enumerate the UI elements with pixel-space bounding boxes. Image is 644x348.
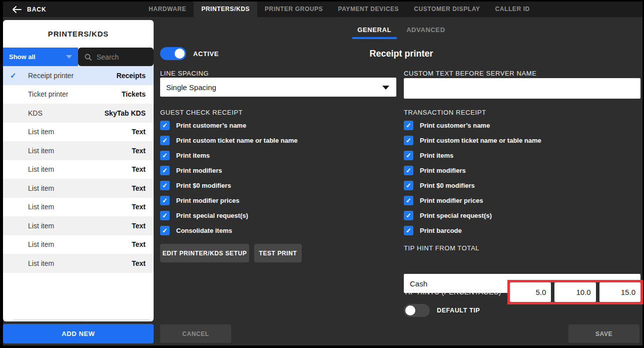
list-item[interactable]: ✓List itemText (3, 123, 154, 142)
tip-hint-from-total-value: Cash (410, 279, 427, 288)
default-tip-toggle[interactable] (404, 304, 430, 317)
checkbox-row-print-special-request-s: ✓Print special request(s) (160, 211, 298, 220)
checkbox[interactable]: ✓ (160, 166, 170, 175)
scroll-down-button[interactable] (82, 320, 151, 321)
tab-advanced[interactable]: ADVANCED (406, 26, 445, 39)
sidebar-panel: PRINTERS/KDS Show all ✓Receipt printerRe… (3, 20, 154, 321)
checkbox-label: Print $0 modifiers (420, 182, 475, 189)
checkbox-row-print-barcode: ✓Print barcode (404, 226, 541, 235)
checkbox-row-consolidate-items: ✓Consolidate items (160, 226, 298, 235)
list-item[interactable]: ✓List itemText (3, 198, 154, 217)
show-all-dropdown[interactable]: Show all (3, 48, 78, 66)
tip-hints-highlight-box (507, 280, 643, 304)
checkbox[interactable]: ✓ (160, 136, 170, 145)
search-box[interactable] (78, 48, 154, 66)
check-icon: ✓ (162, 212, 168, 219)
list-item-name: List item (21, 147, 132, 155)
line-spacing-select[interactable]: Single Spacing (160, 78, 396, 97)
list-item[interactable]: ✓List itemText (3, 235, 154, 254)
list-item-value: Text (132, 147, 146, 155)
list-item-name: List item (21, 165, 132, 173)
tip-hint-input-1[interactable] (510, 282, 551, 302)
list-item-name: Ticket printer (21, 90, 122, 98)
check-icon: ✓ (406, 212, 411, 219)
tip-hint-input-3[interactable] (599, 282, 640, 302)
checkbox-label: Print barcode (420, 227, 462, 234)
checkbox[interactable]: ✓ (160, 211, 170, 220)
checkbox[interactable]: ✓ (160, 151, 170, 160)
list-item[interactable]: ✓List itemText (3, 141, 154, 160)
chevron-down-icon (382, 86, 389, 90)
tip-hint-input-2[interactable] (554, 282, 595, 302)
list-item-name: Receipt printer (21, 72, 117, 80)
checkbox-label: Print items (176, 152, 210, 159)
checkbox-row-print-modifier-prices: ✓Print modifier prices (404, 196, 541, 205)
list-item-value: Text (132, 165, 146, 173)
sidebar-filter-row: Show all (3, 48, 154, 66)
list-pager (11, 319, 152, 321)
tip-hint-from-total-label: TIP HINT FROM TOTAL (404, 244, 479, 252)
top-tab-hardware[interactable]: HARDWARE (141, 2, 194, 17)
top-tab-printer-groups[interactable]: PRINTER GROUPS (257, 2, 330, 17)
save-button[interactable]: SAVE (568, 324, 639, 343)
show-all-label: Show all (9, 53, 66, 61)
check-icon: ✓ (162, 227, 168, 234)
checkbox[interactable]: ✓ (160, 181, 170, 190)
list-item-name: List item (21, 203, 132, 211)
custom-text-input[interactable] (404, 78, 640, 99)
sidebar-title: PRINTERS/KDS (3, 20, 154, 48)
checkbox-row-print-modifiers: ✓Print modifiers (404, 166, 541, 175)
tab-general[interactable]: GENERAL (357, 26, 391, 39)
cancel-button[interactable]: CANCEL (160, 324, 231, 343)
printer-list: ✓Receipt printerReceipts✓Ticket printerT… (3, 66, 154, 273)
scroll-up-button[interactable] (12, 320, 82, 321)
list-item-value: Text (132, 240, 146, 248)
check-icon: ✓ (406, 167, 411, 174)
checkbox[interactable]: ✓ (404, 121, 413, 130)
list-item-value: Text (132, 184, 146, 192)
checkbox[interactable]: ✓ (404, 181, 413, 190)
checkbox[interactable]: ✓ (404, 226, 413, 235)
list-item[interactable]: ✓KDSSkyTab KDS (3, 104, 154, 123)
transaction-receipt-options: ✓Print customer’s name✓Print custom tick… (404, 121, 541, 235)
back-button[interactable]: BACK (12, 2, 47, 17)
back-label: BACK (27, 6, 47, 13)
check-icon: ✓ (406, 122, 411, 129)
active-toggle[interactable] (160, 47, 186, 60)
default-tip-label: DEFAULT TIP (437, 307, 480, 314)
top-tab-customer-display[interactable]: CUSTOMER DISPLAY (406, 2, 487, 17)
checkbox[interactable]: ✓ (404, 136, 413, 145)
line-spacing-label: LINE SPACING (160, 70, 209, 77)
tab-general-label: GENERAL (357, 26, 391, 34)
checkbox[interactable]: ✓ (160, 196, 170, 205)
checkbox[interactable]: ✓ (404, 196, 413, 205)
list-item-name: List item (21, 240, 132, 248)
list-item-value: Text (132, 222, 146, 230)
checkbox-label: Print special request(s) (176, 212, 248, 219)
checkbox[interactable]: ✓ (160, 121, 170, 130)
checkbox[interactable]: ✓ (160, 226, 170, 235)
checkbox[interactable]: ✓ (404, 151, 413, 160)
checkbox-label: Print customer’s name (176, 122, 246, 129)
checkbox[interactable]: ✓ (404, 166, 413, 175)
checkbox-label: Print $0 modifiers (176, 182, 231, 189)
checkbox-row-print-custom-ticket-name-or-table-name: ✓Print custom ticket name or table name (404, 136, 541, 145)
list-item[interactable]: ✓List itemText (3, 216, 154, 235)
edit-printer-setup-button[interactable]: EDIT PRINTER/KDS SETUP (160, 244, 249, 262)
top-tab-caller-id[interactable]: CALLER ID (487, 2, 537, 17)
checkbox-row-print-0-modifiers: ✓Print $0 modifiers (160, 181, 298, 190)
checkbox[interactable]: ✓ (404, 211, 413, 220)
list-item[interactable]: ✓Receipt printerReceipts (3, 66, 154, 85)
checkbox-row-print-custom-ticket-name-or-table-name: ✓Print custom ticket name or table name (160, 136, 298, 145)
top-tab-payment-devices[interactable]: PAYMENT DEVICES (330, 2, 406, 17)
active-toggle-label: ACTIVE (193, 50, 219, 58)
selected-check-icon: ✓ (10, 71, 21, 80)
toggle-knob (405, 305, 415, 315)
add-new-button[interactable]: ADD NEW (3, 324, 154, 343)
list-item[interactable]: ✓List itemText (3, 160, 154, 179)
list-item[interactable]: ✓List itemText (3, 179, 154, 198)
search-input[interactable] (97, 53, 148, 61)
list-item[interactable]: ✓List itemText (3, 254, 154, 273)
test-print-button[interactable]: TEST PRINT (254, 244, 302, 262)
list-item[interactable]: ✓Ticket printerTickets (3, 85, 154, 104)
